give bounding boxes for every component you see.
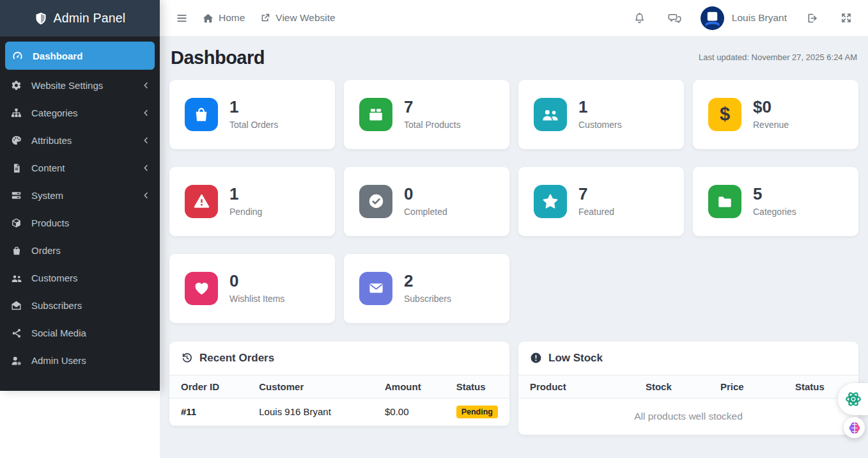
table-row: #11 Louis 916 Bryant $0.00 Pending [169, 398, 509, 425]
panel-title: Low Stock [548, 352, 603, 365]
stat-card-completed: 0 Completed [344, 167, 509, 236]
hamburger-menu-icon[interactable] [169, 12, 195, 24]
envelope-icon [359, 272, 392, 305]
stat-cards-grid: 1 Total Orders 7 Total Products 1 Custom… [169, 80, 858, 323]
server-icon [10, 190, 23, 201]
sidebar-item-label: Admin Users [31, 355, 86, 366]
page-title: Dashboard [171, 47, 265, 69]
brand-title: Admin Panel [54, 11, 126, 26]
user-name: Louis Bryant [732, 12, 787, 24]
panel-title: Recent Orders [199, 352, 274, 365]
stat-text: 1 Customers [578, 99, 622, 130]
stat-value: 7 [404, 99, 461, 116]
stat-label: Total Orders [229, 120, 278, 130]
user-gear-icon [10, 355, 23, 367]
stat-card-customers: 1 Customers [518, 80, 684, 149]
sidebar-item-social-media[interactable]: Social Media [0, 319, 160, 347]
table-header-row: Product Stock Price Status [518, 375, 858, 398]
column-header: Amount [373, 375, 445, 398]
fullscreen-icon[interactable] [833, 12, 859, 24]
circle-check-icon [359, 185, 392, 218]
sidebar-item-label: Social Media [31, 328, 86, 338]
stat-label: Categories [753, 207, 796, 217]
sidebar-item-attributes[interactable]: Attributes [0, 127, 160, 154]
low-stock-table: Product Stock Price Status All products … [518, 375, 858, 435]
gear-icon [10, 80, 23, 91]
stat-label: Wishlist Items [229, 294, 284, 304]
view-website-link[interactable]: View Website [252, 0, 343, 36]
stat-value: 0 [404, 186, 447, 203]
sidebar-item-label: Website Settings [31, 80, 103, 91]
stat-label: Featured [578, 207, 614, 217]
chevron-left-icon [142, 81, 150, 90]
stat-label: Revenue [753, 120, 789, 130]
column-header: Price [709, 375, 784, 398]
column-header: Order ID [169, 375, 247, 398]
extension-widget-atom[interactable] [838, 383, 868, 415]
stat-text: 2 Subscribers [404, 272, 451, 304]
stat-card-total-products: 7 Total Products [344, 80, 509, 149]
stat-text: $0 Revenue [753, 99, 789, 130]
sidebar-item-label: Products [31, 217, 69, 228]
empty-message: All products well stocked [518, 398, 858, 434]
dollar-icon: $ [708, 98, 741, 131]
users-icon [534, 98, 567, 131]
messages-icon[interactable] [661, 12, 688, 25]
amount-cell: $0.00 [373, 398, 445, 425]
chevron-left-icon [142, 109, 150, 117]
sidebar-item-label: Content [31, 162, 65, 173]
sidebar-item-system[interactable]: System [0, 182, 160, 209]
cube-icon [10, 217, 23, 228]
sidebar-item-dashboard[interactable]: Dashboard [5, 42, 155, 70]
palette-icon [10, 135, 23, 146]
stat-text: 7 Featured [578, 186, 614, 217]
shopping-bag-icon [10, 246, 23, 256]
sidebar-menu: Dashboard Website Settings Categories [0, 36, 160, 374]
sidebar-item-categories[interactable]: Categories [0, 99, 160, 127]
sidebar-item-customers[interactable]: Customers [0, 264, 160, 292]
sidebar-item-content[interactable]: Content [0, 154, 160, 182]
stat-text: 1 Pending [229, 186, 262, 217]
share-nodes-icon [10, 328, 23, 338]
star-icon [534, 185, 567, 218]
shopping-bag-icon [185, 98, 218, 131]
sidebar-item-label: Dashboard [33, 51, 82, 61]
sidebar-item-subscribers[interactable]: Subscribers [0, 292, 160, 319]
stat-text: 0 Completed [404, 186, 447, 217]
external-link-icon [260, 13, 270, 23]
home-link[interactable]: Home [195, 0, 252, 36]
last-updated: Last updated: November 27, 2025 6:24 AM [699, 52, 857, 62]
heart-icon [185, 272, 218, 305]
stat-card-subscribers: 2 Subscribers [344, 254, 509, 323]
extension-widget-brain[interactable] [844, 417, 865, 438]
stat-card-total-orders: 1 Total Orders [169, 80, 335, 149]
order-id-cell: #11 [169, 398, 247, 425]
view-website-label: View Website [275, 12, 335, 24]
sidebar-item-admin-users[interactable]: Admin Users [0, 347, 160, 374]
page-header: Dashboard Last updated: November 27, 202… [171, 47, 857, 69]
stat-label: Subscribers [404, 294, 451, 304]
avatar[interactable] [701, 6, 724, 30]
sidebar-item-products[interactable]: Products [0, 209, 160, 237]
sidebar-item-website-settings[interactable]: Website Settings [0, 72, 160, 99]
stat-label: Total Products [404, 120, 461, 130]
brain-icon [848, 421, 862, 435]
panels-row: Recent Orders Order ID Customer Amount S… [169, 342, 858, 435]
bell-icon[interactable] [626, 12, 653, 24]
empty-row: All products well stocked [518, 398, 858, 434]
chevron-left-icon [142, 164, 150, 172]
sidebar-item-orders[interactable]: Orders [0, 237, 160, 264]
stat-value: 1 [229, 186, 262, 203]
stat-text: 0 Wishlist Items [229, 272, 284, 304]
customer-cell: Louis 916 Bryant [247, 398, 373, 425]
stat-value: 5 [753, 186, 796, 203]
sidebar-item-label: System [31, 190, 63, 201]
sitemap-icon [10, 107, 23, 118]
recent-orders-table: Order ID Customer Amount Status #11 Loui… [169, 375, 509, 426]
user-menu[interactable]: Louis Bryant [697, 6, 791, 30]
stat-text: 5 Categories [753, 186, 796, 217]
atom-icon [844, 390, 863, 409]
logout-icon[interactable] [799, 12, 825, 24]
table-header-row: Order ID Customer Amount Status [169, 375, 509, 398]
column-header: Product [518, 375, 634, 398]
